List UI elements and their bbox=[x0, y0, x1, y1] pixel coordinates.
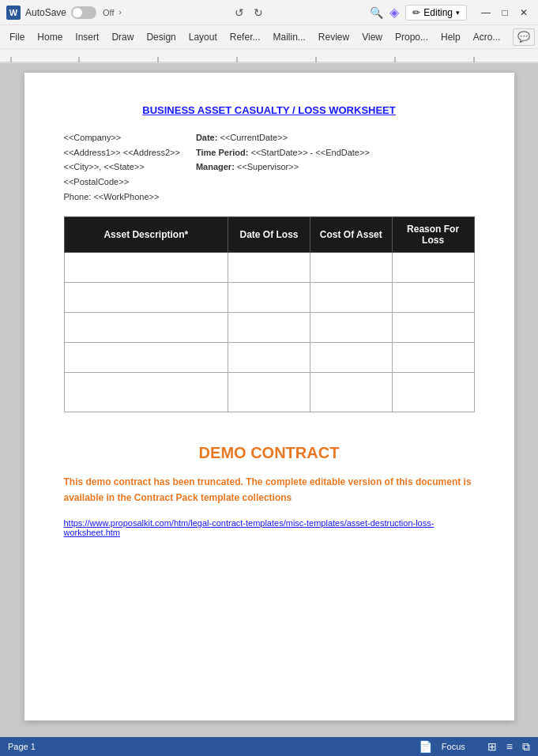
company-name: <<Company>> bbox=[64, 130, 180, 145]
menu-propose[interactable]: Propo... bbox=[389, 28, 435, 46]
table-cell bbox=[392, 313, 474, 343]
menu-insert[interactable]: Insert bbox=[69, 28, 105, 46]
company-phone: Phone: <<WorkPhone>> bbox=[64, 190, 180, 205]
close-button[interactable]: ✕ bbox=[516, 5, 532, 21]
main-content-area: BUSINESS ASSET CASUALTY / LOSS WORKSHEET… bbox=[0, 63, 538, 737]
gem-icon[interactable]: ◈ bbox=[389, 5, 399, 20]
table-cell bbox=[392, 373, 474, 412]
table-row bbox=[64, 343, 474, 373]
company-info-section: <<Company>> <<Address1>> <<Address2>> <<… bbox=[64, 130, 475, 204]
window-controls: — □ ✕ bbox=[478, 5, 532, 21]
table-cell bbox=[64, 373, 228, 412]
table-cell bbox=[228, 373, 310, 412]
date-label: Date: bbox=[196, 133, 218, 142]
table-cell bbox=[64, 283, 228, 313]
time-label: Time Period: bbox=[196, 148, 248, 157]
manager-row: Manager: <<Supervisor>> bbox=[196, 160, 370, 175]
table-cell bbox=[310, 343, 392, 373]
table-cell bbox=[310, 373, 392, 412]
status-extra-icon[interactable]: ⧉ bbox=[522, 740, 530, 754]
table-header-asset: Asset Description* bbox=[64, 217, 228, 253]
menu-design[interactable]: Design bbox=[140, 28, 182, 46]
title-bar-center: ↺ ↻ bbox=[127, 6, 370, 19]
demo-section: DEMO CONTRACT This demo contract has bee… bbox=[64, 444, 475, 536]
table-row bbox=[64, 283, 474, 313]
title-redo-icon[interactable]: ↻ bbox=[254, 6, 263, 19]
demo-title: DEMO CONTRACT bbox=[64, 444, 475, 462]
chevron-down-icon[interactable]: › bbox=[119, 8, 122, 17]
title-bar: W AutoSave Off › ↺ ↻ 🔍 ◈ ✏ Editing ▾ — □… bbox=[0, 0, 538, 25]
table-cell bbox=[310, 313, 392, 343]
document-title: BUSINESS ASSET CASUALTY / LOSS WORKSHEET bbox=[64, 104, 475, 116]
table-cell bbox=[310, 253, 392, 283]
menu-references[interactable]: Refer... bbox=[224, 28, 267, 46]
table-header-cost: Cost Of Asset bbox=[310, 217, 392, 253]
title-bar-left: W AutoSave Off › bbox=[6, 6, 127, 20]
menu-home[interactable]: Home bbox=[31, 28, 69, 46]
minimize-button[interactable]: — bbox=[478, 5, 494, 21]
time-value: <<StartDate>> - <<EndDate>> bbox=[250, 148, 369, 157]
table-header-reason: Reason For Loss bbox=[392, 217, 474, 253]
status-page[interactable]: Page 1 bbox=[8, 742, 36, 751]
time-row: Time Period: <<StartDate>> - <<EndDate>> bbox=[196, 145, 370, 160]
menu-help[interactable]: Help bbox=[435, 28, 467, 46]
menu-review[interactable]: Review bbox=[312, 28, 356, 46]
status-view-icon[interactable]: ⊞ bbox=[487, 740, 497, 753]
menu-file[interactable]: File bbox=[3, 28, 31, 46]
company-address-line: <<Address1>> <<Address2>> bbox=[64, 145, 180, 160]
menu-draw[interactable]: Draw bbox=[105, 28, 140, 46]
table-cell bbox=[228, 343, 310, 373]
table-cell bbox=[64, 343, 228, 373]
table-cell bbox=[228, 253, 310, 283]
document-page: BUSINESS ASSET CASUALTY / LOSS WORKSHEET… bbox=[24, 73, 514, 720]
title-bar-right: 🔍 ◈ ✏ Editing ▾ — □ ✕ bbox=[370, 5, 532, 21]
menu-mailings[interactable]: Mailin... bbox=[266, 28, 311, 46]
company-city-state: <<City>>, <<State>> bbox=[64, 160, 180, 175]
demo-link[interactable]: https://www.proposalkit.com/htm/legal-co… bbox=[64, 518, 475, 537]
asset-table: Asset Description* Date Of Loss Cost Of … bbox=[64, 216, 475, 412]
menu-view[interactable]: View bbox=[356, 28, 389, 46]
menu-layout[interactable]: Layout bbox=[182, 28, 224, 46]
demo-description: This demo contract has been truncated. T… bbox=[64, 475, 475, 505]
manager-value: <<Supervisor>> bbox=[237, 162, 299, 171]
comment-button[interactable]: 💬 bbox=[513, 28, 535, 46]
table-cell bbox=[64, 253, 228, 283]
menu-bar: File Home Insert Draw Design Layout Refe… bbox=[0, 25, 538, 49]
autosave-state: Off bbox=[103, 8, 114, 17]
ruler bbox=[0, 49, 538, 63]
table-cell bbox=[310, 283, 392, 313]
company-date-info: Date: <<CurrentDate>> Time Period: <<Sta… bbox=[196, 130, 370, 204]
autosave-label: AutoSave bbox=[25, 7, 66, 18]
editing-button[interactable]: ✏ Editing ▾ bbox=[405, 5, 467, 21]
status-layout-icon[interactable]: ≡ bbox=[506, 740, 513, 753]
maximize-button[interactable]: □ bbox=[497, 5, 513, 21]
company-postal: <<PostalCode>> bbox=[64, 175, 180, 190]
table-cell bbox=[392, 343, 474, 373]
status-document-icon[interactable]: 📄 bbox=[419, 740, 432, 753]
toggle-knob bbox=[73, 8, 82, 17]
table-row bbox=[64, 253, 474, 283]
status-bar: Page 1 📄 Focus ⊞ ≡ ⧉ bbox=[0, 737, 538, 756]
search-icon[interactable]: 🔍 bbox=[370, 6, 383, 19]
date-value: <<CurrentDate>> bbox=[220, 133, 288, 142]
table-row bbox=[64, 313, 474, 343]
table-cell bbox=[392, 283, 474, 313]
table-cell bbox=[392, 253, 474, 283]
table-cell bbox=[228, 283, 310, 313]
table-header-date: Date Of Loss bbox=[228, 217, 310, 253]
status-right: 📄 Focus ⊞ ≡ ⧉ bbox=[419, 740, 530, 754]
menu-acrobat[interactable]: Acro... bbox=[467, 28, 507, 46]
word-icon: W bbox=[6, 6, 21, 20]
pencil-icon: ✏ bbox=[412, 7, 420, 18]
table-cell bbox=[64, 313, 228, 343]
editing-chevron-icon: ▾ bbox=[456, 9, 460, 17]
autosave-toggle[interactable] bbox=[71, 6, 96, 19]
title-undo-icon[interactable]: ↺ bbox=[235, 6, 244, 19]
company-address: <<Company>> <<Address1>> <<Address2>> <<… bbox=[64, 130, 180, 204]
date-row: Date: <<CurrentDate>> bbox=[196, 130, 370, 145]
manager-label: Manager: bbox=[196, 162, 235, 171]
table-cell bbox=[228, 313, 310, 343]
table-row bbox=[64, 373, 474, 412]
status-focus[interactable]: Focus bbox=[442, 742, 465, 751]
editing-label: Editing bbox=[423, 7, 453, 18]
